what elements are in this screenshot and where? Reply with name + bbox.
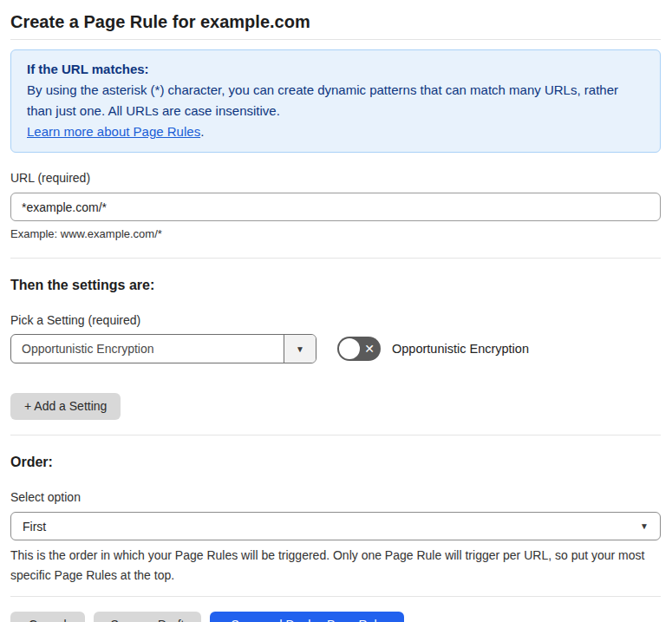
divider bbox=[10, 258, 661, 259]
chevron-down-icon: ▼ bbox=[640, 521, 649, 531]
toggle-knob bbox=[339, 338, 360, 359]
order-select-label: Select option bbox=[10, 489, 661, 505]
opportunistic-encryption-toggle[interactable]: ✕ bbox=[337, 337, 381, 361]
cancel-button[interactable]: Cancel bbox=[10, 612, 85, 622]
info-box-body: By using the asterisk (*) character, you… bbox=[27, 80, 644, 121]
page-rule-form: Create a Page Rule for example.com If th… bbox=[0, 0, 672, 622]
info-box-heading: If the URL matches: bbox=[27, 59, 644, 80]
info-box-link-line: Learn more about Page Rules. bbox=[27, 121, 644, 142]
action-buttons-row: Cancel Save as Draft Save and Deploy Pag… bbox=[10, 612, 661, 622]
setting-select-arrow-button[interactable]: ▼ bbox=[284, 335, 316, 363]
learn-more-link[interactable]: Learn more about Page Rules bbox=[27, 124, 200, 139]
order-select[interactable]: First ▼ bbox=[10, 512, 661, 540]
url-field-label: URL (required) bbox=[10, 170, 661, 186]
url-input[interactable] bbox=[10, 193, 661, 221]
settings-section-heading: Then the settings are: bbox=[10, 276, 661, 295]
divider bbox=[10, 435, 661, 435]
save-and-deploy-button[interactable]: Save and Deploy Page Rule bbox=[210, 612, 404, 622]
page-title: Create a Page Rule for example.com bbox=[10, 11, 661, 32]
toggle-off-x-icon: ✕ bbox=[364, 343, 375, 355]
url-example-helper: Example: www.example.com/* bbox=[10, 226, 661, 242]
url-match-info-box: If the URL matches: By using the asteris… bbox=[10, 49, 661, 153]
setting-row: Opportunistic Encryption ▼ ✕ Opportunist… bbox=[10, 334, 661, 363]
divider bbox=[10, 596, 661, 597]
toggle-label: Opportunistic Encryption bbox=[392, 342, 529, 356]
order-helper-text: This is the order in which your Page Rul… bbox=[10, 546, 654, 586]
setting-select-value: Opportunistic Encryption bbox=[11, 335, 284, 363]
pick-setting-label: Pick a Setting (required) bbox=[10, 312, 661, 328]
chevron-down-icon: ▼ bbox=[296, 344, 304, 354]
order-select-value: First bbox=[23, 520, 640, 534]
order-section-heading: Order: bbox=[10, 453, 661, 472]
setting-select[interactable]: Opportunistic Encryption ▼ bbox=[10, 334, 316, 363]
divider bbox=[10, 39, 661, 40]
save-as-draft-button[interactable]: Save as Draft bbox=[94, 612, 202, 622]
link-suffix: . bbox=[200, 124, 204, 139]
add-setting-button[interactable]: + Add a Setting bbox=[10, 393, 121, 420]
